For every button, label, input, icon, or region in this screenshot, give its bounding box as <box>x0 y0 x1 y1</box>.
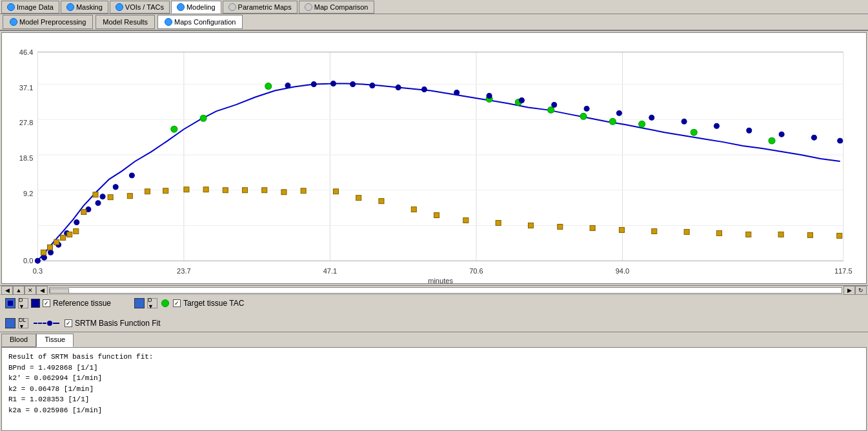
svg-rect-86 <box>463 218 469 223</box>
tab-label-masking: Masking <box>76 3 103 11</box>
svg-point-50 <box>330 81 336 86</box>
legend-color-fit <box>5 318 15 328</box>
tab-parametric-maps[interactable]: Parametric Maps <box>223 1 298 14</box>
tab-icon-maps-configuration <box>165 18 172 26</box>
tab-model-preprocessing[interactable]: Model Preprocessing <box>3 15 93 29</box>
svg-rect-88 <box>528 223 533 228</box>
nav-up-icon[interactable]: ▲ <box>13 286 25 295</box>
legend-item-target: D ▼ Target tissue TAC <box>134 298 244 308</box>
results-line-4: R1 = 1.028353 [1/1] <box>8 394 860 405</box>
svg-rect-82 <box>356 195 361 201</box>
legend-checkbox-fit[interactable] <box>65 319 72 327</box>
tab-model-results[interactable]: Model Results <box>96 15 155 29</box>
svg-point-66 <box>811 135 816 140</box>
svg-rect-101 <box>54 239 59 245</box>
tab-label-image-data: Image Data <box>17 3 54 11</box>
svg-point-35 <box>639 121 645 127</box>
svg-point-27 <box>265 83 272 90</box>
svg-point-33 <box>580 113 587 119</box>
svg-point-60 <box>616 110 621 115</box>
legend-dropdown-fit[interactable]: DL ▼ <box>18 318 28 328</box>
legend-checkbox-target[interactable] <box>173 299 181 307</box>
scrollbar-thumb[interactable] <box>50 288 69 294</box>
tab-label-map-comparison: Map Comparison <box>314 3 368 11</box>
tab-label-parametric-maps: Parametric Maps <box>238 3 292 11</box>
legend-color-target <box>134 298 145 308</box>
results-title: Result of SRTM basis function fit: <box>8 352 860 363</box>
svg-point-59 <box>584 106 589 111</box>
svg-rect-102 <box>61 235 66 240</box>
results-line-5: k2a = 0.025986 [1/min] <box>8 405 860 416</box>
svg-rect-75 <box>203 187 208 192</box>
svg-point-51 <box>350 82 356 87</box>
svg-rect-104 <box>74 228 79 234</box>
svg-point-46 <box>113 185 118 190</box>
svg-text:46.4: 46.4 <box>19 48 34 56</box>
tab-masking[interactable]: Masking <box>61 1 108 14</box>
svg-rect-89 <box>558 224 563 229</box>
chart-container: kBq/cc 1 [0.3, 0.0] - 33 [117.5, 11.1] %… <box>1 32 867 284</box>
results-line-1: BPnd = 1.492868 [1/1] <box>8 363 860 374</box>
svg-rect-69 <box>93 192 98 197</box>
svg-point-54 <box>421 87 427 92</box>
legend-label-target: Target tissue TAC <box>183 299 244 308</box>
svg-point-52 <box>370 83 375 88</box>
svg-point-32 <box>548 106 554 113</box>
chart-svg: 46.4 37.1 27.8 18.5 9.2 0.0 0.3 23.7 47.… <box>2 33 866 283</box>
svg-rect-92 <box>652 228 657 234</box>
svg-point-65 <box>779 132 784 137</box>
svg-rect-96 <box>778 232 783 237</box>
legend-square-reference <box>31 299 40 308</box>
legend-checkbox-reference[interactable] <box>43 299 50 307</box>
refresh-icon[interactable]: ↻ <box>855 286 867 295</box>
legend-label-reference: Reference tissue <box>53 299 111 308</box>
nav-scroll-right[interactable]: ▶ <box>843 286 855 295</box>
svg-text:37.1: 37.1 <box>19 84 34 92</box>
svg-point-48 <box>96 201 101 206</box>
svg-text:0.0: 0.0 <box>23 257 33 265</box>
tab-icon-map-comparison <box>305 3 312 11</box>
svg-rect-73 <box>163 188 168 194</box>
legend-dropdown-reference[interactable]: D ▼ <box>18 298 28 308</box>
tab-vois-tacs[interactable]: VOIs / TACs <box>110 1 170 14</box>
svg-point-37 <box>769 137 775 144</box>
svg-text:94.0: 94.0 <box>616 267 630 275</box>
svg-point-56 <box>487 94 492 99</box>
scrollbar-track[interactable] <box>49 287 842 294</box>
legend-dropdown-target[interactable]: D ▼ <box>147 298 157 308</box>
tab-icon-modeling <box>177 3 185 11</box>
tab-map-comparison[interactable]: Map Comparison <box>299 1 374 14</box>
legend-line-fit <box>34 321 59 326</box>
svg-text:9.2: 9.2 <box>23 190 33 197</box>
svg-text:minutes: minutes <box>428 277 453 283</box>
svg-rect-0 <box>2 33 866 283</box>
svg-point-28 <box>171 126 177 132</box>
svg-point-67 <box>838 138 843 143</box>
nav-scroll-left[interactable]: ◀ <box>36 286 48 295</box>
svg-rect-77 <box>243 188 248 193</box>
svg-text:70.6: 70.6 <box>469 267 483 275</box>
svg-text:23.7: 23.7 <box>177 267 191 275</box>
tab-icon-parametric-maps <box>228 3 236 11</box>
svg-rect-99 <box>41 250 46 255</box>
svg-point-55 <box>454 90 459 95</box>
tab-modeling[interactable]: Modeling <box>171 1 221 14</box>
top-tab-bar: Image Data Masking VOIs / TACs Modeling … <box>0 0 868 14</box>
legend-item-fit: DL ▼ SRTM Basis Function Fit <box>5 318 160 328</box>
tab-blood[interactable]: Blood <box>1 334 36 347</box>
tab-tissue[interactable]: Tissue <box>36 334 74 347</box>
tab-icon-masking <box>66 3 74 11</box>
svg-rect-74 <box>184 187 189 192</box>
nav-left-icon[interactable]: ◀ <box>1 286 13 295</box>
svg-rect-71 <box>127 194 132 199</box>
tab-maps-configuration[interactable]: Maps Configuration <box>157 15 243 29</box>
nav-close-icon[interactable]: ✕ <box>25 286 36 295</box>
svg-rect-103 <box>67 232 72 237</box>
svg-text:27.8: 27.8 <box>19 119 34 126</box>
svg-rect-98 <box>837 233 842 238</box>
legend-bar: D ▼ Reference tissue D ▼ Target tissue T… <box>0 294 868 332</box>
svg-point-39 <box>41 255 46 260</box>
legend-row-1: D ▼ Reference tissue D ▼ Target tissue T… <box>5 298 863 308</box>
tab-image-data[interactable]: Image Data <box>1 1 59 14</box>
tab-label-vois-tacs: VOIs / TACs <box>125 3 164 11</box>
